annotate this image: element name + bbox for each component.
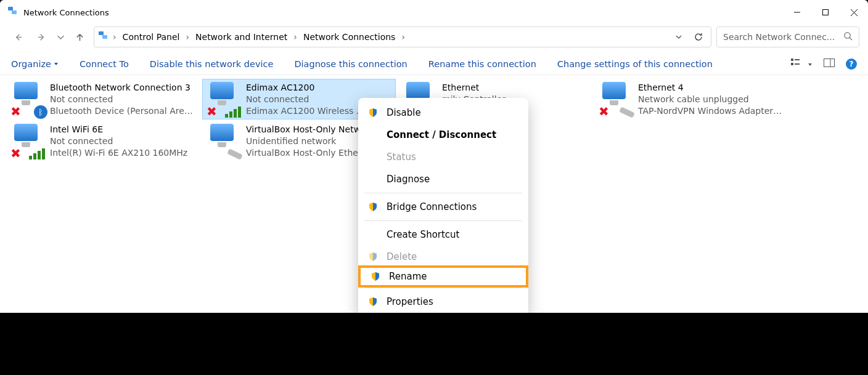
window-title: Network Connections [23,8,109,17]
svg-rect-13 [791,63,793,65]
back-button[interactable] [9,28,27,46]
ctx-disable[interactable]: Disable [358,102,528,124]
connection-device: Intel(R) Wi-Fi 6E AX210 160MHz [50,147,187,159]
connection-status: Not connected [50,94,195,105]
search-icon [843,31,853,42]
shield-icon [371,272,380,281]
disable-device-button[interactable]: Disable this network device [150,59,274,69]
navigation-row: › Control Panel › Network and Internet ›… [0,25,868,53]
network-adapter-icon: ✖ [10,124,45,158]
connection-status: Unidentified network [246,135,375,147]
svg-rect-3 [823,10,829,15]
breadcrumb-mid[interactable]: Network and Internet [193,31,290,43]
connection-name: Bluetooth Network Connection 3 [50,82,195,94]
ctx-bridge-connections[interactable]: Bridge Connections [358,196,528,218]
breadcrumb-leaf[interactable]: Network Connections [301,31,398,43]
connection-device: Edimax AC1200 Wireless ... [246,105,364,117]
connection-name: Intel WiFi 6E [50,124,187,135]
connection-device: VirtualBox Host-Only Ethe... [246,147,375,159]
refresh-button[interactable] [690,28,707,46]
svg-rect-8 [99,31,104,35]
shield-icon [368,297,378,307]
connection-status: Not connected [50,135,187,147]
ctx-diagnose[interactable]: Diagnose [358,168,528,190]
diagnose-button[interactable]: Diagnose this connection [294,59,407,69]
shield-icon [368,108,378,118]
view-options-button[interactable] [791,58,813,69]
search-input[interactable]: Search Network Connec... [716,26,859,47]
shield-icon [368,252,378,262]
chevron-right-icon[interactable]: › [112,32,118,42]
help-button[interactable]: ? [846,58,857,70]
minimize-button[interactable] [783,2,811,22]
svg-rect-1 [12,10,17,14]
ctx-properties[interactable]: Properties [358,291,528,313]
network-connections-window: Network Connections [0,0,868,313]
ctx-connect-disconnect[interactable]: Connect / Disconnect [358,124,528,146]
connection-device: TAP-NordVPN Windows Adapter ... [638,105,784,117]
forward-button[interactable] [32,28,51,46]
address-dropdown-button[interactable] [670,28,687,46]
search-placeholder: Search Network Connec... [723,32,835,42]
connection-device: Bluetooth Device (Personal Area ... [50,105,195,117]
preview-pane-button[interactable] [824,58,835,69]
connection-item-bt[interactable]: ✖ᛒBluetooth Network Connection 3Not conn… [6,79,200,119]
network-adapter-icon: ✖ [207,82,241,116]
connection-name: Ethernet [442,82,506,94]
svg-rect-9 [102,35,107,39]
address-bar-icon [98,30,109,44]
svg-point-10 [845,33,850,38]
connection-name: Edimax AC1200 [246,82,364,94]
svg-rect-0 [8,7,13,10]
connection-item-wifi6e[interactable]: ✖Intel WiFi 6ENot connectedIntel(R) Wi-F… [6,121,200,161]
maximize-button[interactable] [811,2,840,22]
address-bar[interactable]: › Control Panel › Network and Internet ›… [94,26,711,47]
network-adapter-icon: ✖ᛒ [10,82,45,116]
network-connections-icon [7,6,18,19]
context-menu: Disable Connect / Disconnect Status Diag… [358,98,528,313]
connection-status: Network cable unplugged [638,94,784,105]
close-button[interactable] [840,2,868,22]
network-adapter-icon: ✖ [599,82,633,116]
change-settings-button[interactable]: Change settings of this connection [557,59,713,69]
ctx-create-shortcut[interactable]: Create Shortcut [358,224,528,246]
svg-rect-12 [791,58,793,61]
chevron-right-icon[interactable]: › [400,32,406,42]
recent-locations-button[interactable] [55,28,65,46]
command-bar: Organize Connect To Disable this network… [0,53,868,75]
content-area: ✖ᛒBluetooth Network Connection 3Not conn… [0,75,868,313]
network-adapter-icon [207,124,241,158]
breadcrumb-root[interactable]: Control Panel [120,31,182,43]
shield-icon [368,202,378,212]
organize-menu[interactable]: Organize [11,59,59,69]
rename-button[interactable]: Rename this connection [428,59,536,69]
connection-name: VirtualBox Host-Only Network [246,124,375,135]
titlebar: Network Connections [0,0,868,25]
chevron-right-icon[interactable]: › [292,32,298,42]
up-button[interactable] [70,28,89,46]
connection-item-eth4[interactable]: ✖Ethernet 4Network cable unpluggedTAP-No… [594,79,788,119]
ctx-rename[interactable]: Rename [358,265,528,288]
ctx-delete: Delete [358,246,528,268]
svg-rect-16 [824,59,835,67]
ctx-status: Status [358,146,528,168]
chevron-right-icon[interactable]: › [184,32,190,42]
connect-to-button[interactable]: Connect To [80,59,129,69]
svg-line-11 [850,38,852,40]
connection-name: Ethernet 4 [638,82,784,94]
connection-status: Not connected [246,94,364,105]
